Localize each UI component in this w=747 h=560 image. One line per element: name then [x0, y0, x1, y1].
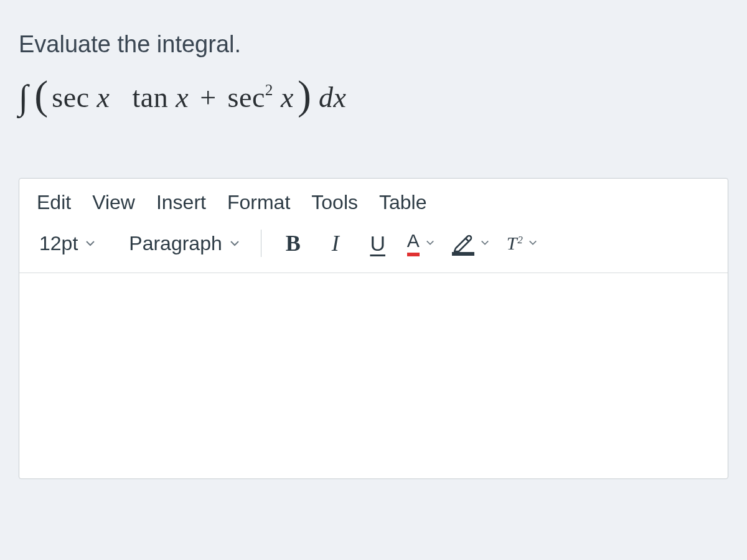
- italic-button[interactable]: I: [319, 226, 352, 260]
- dx: dx: [319, 80, 346, 114]
- paragraph-style-value: Paragraph: [129, 232, 222, 255]
- chevron-down-icon: [85, 238, 95, 248]
- text-color-button[interactable]: A: [403, 226, 439, 260]
- integral-sign: ∫: [19, 77, 28, 118]
- sec-2: sec2: [228, 80, 273, 114]
- text-color-swatch: [407, 253, 420, 256]
- sec-1: sec: [52, 80, 89, 114]
- text-color-icon: A: [407, 230, 420, 256]
- highlight-icon: [452, 232, 474, 254]
- font-size-value: 12pt: [39, 232, 78, 255]
- tan: tan: [133, 80, 169, 114]
- chevron-down-icon: [481, 238, 491, 248]
- chevron-down-icon: [529, 238, 538, 248]
- paragraph-style-dropdown[interactable]: Paragraph: [123, 228, 245, 259]
- menu-view[interactable]: View: [92, 191, 135, 214]
- open-paren: (: [34, 70, 48, 119]
- font-size-dropdown[interactable]: 12pt: [33, 228, 101, 259]
- toolbar-divider: [261, 230, 261, 257]
- exponent-2: 2: [265, 81, 273, 98]
- integral-expression: ∫ ( sec x tan x + sec2 x ) dx: [19, 73, 728, 122]
- highlight-swatch: [452, 252, 474, 256]
- superscript-icon: T2: [507, 233, 522, 254]
- bold-button[interactable]: B: [276, 226, 310, 260]
- chevron-down-icon: [426, 238, 436, 248]
- question-prompt: Evaluate the integral.: [19, 31, 728, 58]
- menu-edit[interactable]: Edit: [37, 191, 71, 214]
- close-paren: ): [298, 70, 311, 119]
- x-3: x: [281, 80, 294, 114]
- highlight-color-button[interactable]: [448, 226, 494, 260]
- underline-button[interactable]: U: [361, 226, 395, 260]
- editor-menubar: Edit View Insert Format Tools Table: [19, 179, 728, 223]
- underline-icon: U: [370, 231, 385, 256]
- plus-sign: +: [200, 80, 216, 114]
- editor-toolbar: 12pt Paragraph B I U: [19, 223, 728, 273]
- menu-format[interactable]: Format: [227, 191, 290, 214]
- menu-insert[interactable]: Insert: [156, 191, 206, 214]
- superscript-button[interactable]: T2: [503, 226, 542, 260]
- bold-icon: B: [286, 230, 301, 256]
- menu-tools[interactable]: Tools: [311, 191, 358, 214]
- italic-icon: I: [332, 230, 339, 256]
- menu-table[interactable]: Table: [379, 191, 427, 214]
- rich-text-editor: Edit View Insert Format Tools Table 12pt…: [19, 178, 728, 479]
- x-1: x: [97, 80, 110, 114]
- x-2: x: [176, 80, 189, 114]
- chevron-down-icon: [230, 238, 240, 248]
- editor-content-area[interactable]: [19, 273, 728, 478]
